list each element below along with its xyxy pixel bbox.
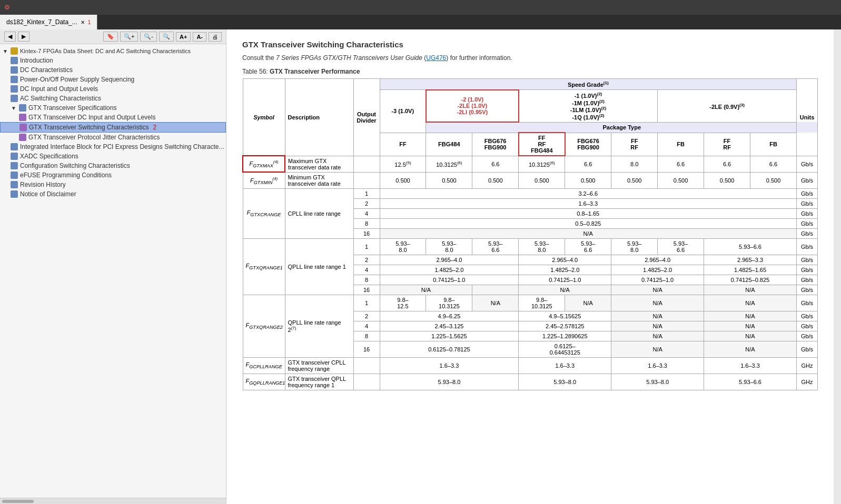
sidebar-item-label: DC Characteristics (20, 66, 73, 74)
val-cpll-2: 1.6–3.3 (380, 198, 797, 208)
print-button[interactable]: 🖨 (209, 32, 222, 42)
sidebar-item-config[interactable]: Configuration Switching Characteristics (0, 161, 226, 170)
sidebar-item-gtxdc[interactable]: GTX Transceiver DC Input and Output Leve… (0, 113, 226, 122)
table-row-fgtxcrange-1: FGTXCRANGE CPLL line rate range 1 3.2–6.… (243, 188, 818, 198)
table-row-fgtxqrange1-1: FGTXQRANGE1 QPLL line rate range 1 1 5.9… (243, 238, 818, 255)
tab-close-button[interactable]: ✕ (81, 19, 85, 25)
desc-fgtxmin: Minimum GTX transceiver data rate (285, 172, 353, 188)
font-increase-button[interactable]: A+ (176, 32, 191, 42)
units-header: Units (797, 79, 818, 156)
val-fgtxmin-2: 0.500 (426, 172, 472, 188)
speed-grade-header: Speed Grade(1) (380, 79, 797, 90)
sidebar-item-xadc[interactable]: XADC Specifications (0, 152, 226, 161)
units-q1-2: Gb/s (797, 255, 818, 265)
ug476-link[interactable]: UG476 (426, 54, 446, 62)
zoom-out-button[interactable]: 🔍- (140, 32, 157, 42)
v-q2-8-c: N/A (611, 331, 704, 341)
sidebar: ◀ ▶ 🔖 🔍+ 🔍- 🔍 A+ A- 🖨 ▼ Kintex-7 FPGAs D… (0, 29, 226, 504)
sidebar-nav-next[interactable]: ▶ (18, 32, 29, 42)
page-icon (11, 143, 18, 150)
v-q1-1-4: 5.93–8.0 (519, 238, 565, 255)
v-q2-1-7: N/A (704, 295, 797, 311)
v-q2-4-a: 2.45–3.125 (380, 321, 519, 331)
pkg-ff-rf: FFRF (611, 133, 658, 156)
units-cpll-2: Gb/s (797, 198, 818, 208)
v-q1-1-5: 5.93–6.6 (565, 238, 611, 255)
page-icon (11, 95, 18, 102)
sidebar-item-iib[interactable]: Integrated Interface Block for PCI Expre… (0, 142, 226, 152)
pkg-ff-rf-2: FFRF (704, 133, 750, 156)
sidebar-item-label: Integrated Interface Block for PCI Expre… (20, 143, 224, 150)
zoom-in-button[interactable]: 🔍+ (120, 32, 138, 42)
desc-fgqpllrange1: GTX transceiver QPLL frequency range 1 (285, 374, 353, 390)
sidebar-item-notice[interactable]: Notice of Disclaimer (0, 189, 226, 199)
v-q2-8-d: N/A (704, 331, 797, 341)
v-q2-2-a: 4.9–6.25 (380, 311, 519, 321)
active-tab[interactable]: ds182_Kintex_7_Data_... ✕ 1 (0, 15, 97, 29)
val-fgtxmax-fb2: 6.6 (750, 156, 797, 172)
sidebar-bottom-scroll[interactable] (0, 498, 226, 504)
expand-icon[interactable]: ▼ (2, 48, 8, 54)
tab-label: ds182_Kintex_7_Data_... (6, 18, 77, 26)
v-q2-4-b: 2.45–2.578125 (519, 321, 611, 331)
sidebar-item-intro[interactable]: Introduction (0, 56, 226, 65)
v-q1-1-7: 5.93–6.6 (658, 238, 704, 255)
expand-icon[interactable]: ▼ (11, 105, 17, 111)
sidebar-item-gtx-folder[interactable]: ▼ GTX Transceiver Specifications (0, 103, 226, 113)
sidebar-item-label: GTX Transceiver Switching Characteristic… (29, 124, 149, 131)
val-cpll-4: 0.8–1.65 (380, 208, 797, 218)
page-icon (11, 57, 18, 64)
units-q2-16: Gb/s (797, 341, 818, 357)
font-decrease-button[interactable]: A- (193, 32, 206, 42)
v-q1-1-8: 5.93–6.6 (704, 238, 797, 255)
sidebar-item-root[interactable]: ▼ Kintex-7 FPGAs Data Sheet: DC and AC S… (0, 46, 226, 56)
pkg-fbg676-fbg900: FBG676FBG900 (472, 133, 519, 156)
sidebar-item-dcio[interactable]: DC Input and Output Levels (0, 84, 226, 94)
sidebar-item-efuse[interactable]: eFUSE Programming Conditions (0, 170, 226, 180)
v-q2-8-a: 1.225–1.5625 (380, 331, 519, 341)
page-icon (11, 153, 18, 160)
div-q2-2: 2 (353, 311, 380, 321)
v-q1-4-b: 1.4825–2.0 (519, 265, 611, 275)
units-fgtxmin: Gb/s (797, 172, 818, 188)
units-q1-1: Gb/s (797, 238, 818, 255)
divider-16: 16 (353, 228, 380, 238)
sidebar-item-label: GTX Transceiver DC Input and Output Leve… (28, 114, 155, 121)
col-minus1-group: -1 (1.0V)(2)-1M (1.0V)(2)-1LM (1.0V)(2)-… (519, 90, 658, 123)
sidebar-item-ac[interactable]: AC Switching Characteristics (0, 94, 226, 103)
sidebar-item-rev[interactable]: Revision History (0, 180, 226, 189)
tab-bar: ds182_Kintex_7_Data_... ✕ 1 (0, 15, 841, 29)
sidebar-item-gtxswitch[interactable]: GTX Transceiver Switching Characteristic… (0, 122, 226, 133)
table-caption: Table 56: GTX Transceiver Performance (242, 68, 818, 75)
v-q2-1-3: N/A (472, 295, 519, 311)
val-fgtxmin-5: 0.500 (565, 172, 611, 188)
v-gqpll1-3: 5.93–8.0 (611, 374, 704, 390)
desc-fgtxmax: Maximum GTX transceiver data rate (285, 156, 353, 172)
symbol-fgtxqrange2: FGTXQRANGE2 (243, 295, 285, 357)
page-icon (19, 124, 27, 131)
bookmark-button[interactable]: 🔖 (103, 32, 118, 42)
header-row-1: Symbol Description Output Divider Speed … (243, 79, 818, 90)
right-scrollbar[interactable] (834, 29, 841, 504)
performance-table: Symbol Description Output Divider Speed … (242, 78, 818, 390)
content-area[interactable]: GTX Transceiver Switching Characteristic… (226, 29, 834, 504)
sidebar-nav[interactable]: ▼ Kintex-7 FPGAs Data Sheet: DC and AC S… (0, 44, 226, 498)
val-fgtxmin-9: 0.500 (750, 172, 797, 188)
find-button[interactable]: 🔍 (159, 32, 174, 42)
val-fgtxmax-fbg484: 10.3125(6) (426, 156, 472, 172)
v-gcpll-2: 1.6–3.3 (519, 357, 611, 374)
symbol-fgtxqrange1: FGTXQRANGE1 (243, 238, 285, 295)
sidebar-item-power[interactable]: Power-On/Off Power Supply Sequencing (0, 75, 226, 84)
units-fgtxmax: Gb/s (797, 156, 818, 172)
sidebar-item-dc[interactable]: DC Characteristics (0, 65, 226, 75)
sidebar-nav-prev[interactable]: ◀ (4, 32, 16, 42)
val-fgtxmax-ffrf2: 6.6 (704, 156, 750, 172)
v-q2-2-b: 4.9–5.15625 (519, 311, 611, 321)
symbol-header: Symbol (243, 79, 285, 156)
v-q1-2-a: 2.965–4.0 (380, 255, 519, 265)
desc-fgtxqrange2: QPLL line rate range 2(7) (285, 295, 353, 357)
val-fgtxmin-4: 0.500 (519, 172, 565, 188)
v-gcpll-4: 1.6–3.3 (704, 357, 797, 374)
v-q2-1-6: N/A (611, 295, 704, 311)
sidebar-item-gtxjitter[interactable]: GTX Transceiver Protocol Jitter Characte… (0, 133, 226, 142)
